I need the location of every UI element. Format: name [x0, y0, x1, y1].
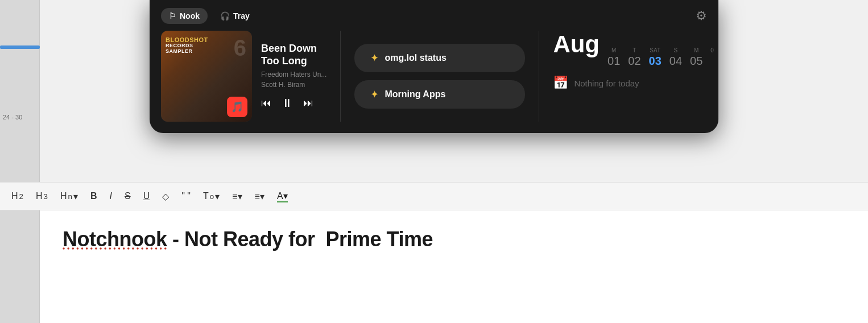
notch-popup: ⚐ Nook 🎧 Tray ⚙ BLOODSHOT RECORDS SAMPLE…: [150, 0, 718, 133]
cal-day-mon: M 01: [607, 47, 620, 68]
album-art: BLOODSHOT RECORDS SAMPLER 6 🎵: [161, 31, 252, 122]
album-text: BLOODSHOT RECORDS SAMPLER: [166, 36, 208, 55]
toolbar-bold[interactable]: B: [90, 191, 97, 201]
page-title: Notchnook - Not Ready for Prime Time: [63, 227, 845, 251]
omg-lol-button[interactable]: ✦ omg.lol status: [354, 44, 525, 72]
calendar-days: M 01 T 02 SAT 03 S 04: [607, 47, 714, 68]
track-title: Been Down Too Long: [261, 43, 326, 67]
notch-content: BLOODSHOT RECORDS SAMPLER 6 🎵 Been Down …: [161, 31, 707, 122]
calendar-icon: 📅: [553, 76, 568, 90]
nook-label: Nook: [180, 11, 200, 20]
pause-button[interactable]: ⏸: [282, 97, 293, 110]
toolbar-highlight[interactable]: ◇: [162, 191, 169, 202]
main-content: Notchnook - Not Ready for Prime Time: [40, 210, 868, 323]
nook-nav-button[interactable]: ⚐ Nook: [161, 8, 208, 24]
track-album: Freedom Haters Un...: [261, 71, 326, 78]
sidebar-blue-bar: [0, 45, 40, 49]
nook-icon: ⚐: [169, 11, 176, 20]
toolbar-list[interactable]: ≡▾: [232, 191, 242, 202]
album-number: 6: [234, 35, 246, 61]
next-button[interactable]: ⏭: [303, 97, 313, 109]
sparkle-icon-2: ✦: [370, 88, 379, 101]
notch-header: ⚐ Nook 🎧 Tray ⚙: [161, 8, 707, 24]
toolbar-h2[interactable]: H2: [11, 191, 23, 201]
cal-day-mon-5: M 05: [690, 47, 702, 68]
morning-apps-label: Morning Apps: [385, 89, 445, 100]
toolbar-h3[interactable]: H3: [36, 191, 48, 201]
tray-nav-button[interactable]: 🎧 Tray: [212, 8, 258, 24]
calendar-section: Aug M 01 T 02 SAT 03 S: [539, 31, 727, 122]
notch-nav: ⚐ Nook 🎧 Tray: [161, 8, 258, 24]
no-events-label: Nothing for today: [574, 78, 639, 88]
toolbar-quote[interactable]: " ": [181, 191, 191, 201]
toolbar-underline[interactable]: U: [143, 191, 150, 201]
track-artist: Scott H. Biram: [261, 81, 326, 89]
omg-lol-label: omg.lol status: [385, 53, 446, 63]
calendar-month: Aug: [553, 31, 600, 58]
cal-day-sat-4: S 04: [669, 47, 682, 68]
toolbar-align[interactable]: ≡▾: [255, 191, 264, 202]
toolbar-hn[interactable]: Hn▾: [60, 191, 78, 202]
sidebar-date-label: 24 - 30: [3, 114, 22, 121]
left-sidebar: 24 - 30: [0, 0, 40, 323]
music-section: BLOODSHOT RECORDS SAMPLER 6 🎵 Been Down …: [161, 31, 341, 122]
toolbar-superscript[interactable]: To▾: [203, 191, 220, 202]
music-app-icon: 🎵: [227, 97, 247, 117]
playback-controls: ⏮ ⏸ ⏭: [261, 97, 326, 110]
toolbar: H2 H3 Hn▾ B I S U ◇ " " To▾ ≡▾ ≡▾ A▾: [0, 182, 868, 210]
toolbar-italic[interactable]: I: [110, 191, 112, 201]
title-underlined: Notchnook: [63, 227, 167, 251]
calendar-month-row: Aug M 01 T 02 SAT 03 S: [553, 31, 713, 68]
actions-section: ✦ omg.lol status ✦ Morning Apps: [341, 31, 539, 122]
cal-day-tue: T 02: [628, 47, 640, 68]
settings-button[interactable]: ⚙: [696, 9, 707, 23]
calendar-no-events: 📅 Nothing for today: [553, 76, 713, 90]
toolbar-color[interactable]: A▾: [277, 191, 288, 202]
track-info: Been Down Too Long Freedom Haters Un... …: [261, 43, 326, 110]
sparkle-icon-1: ✦: [370, 52, 379, 64]
tray-label: Tray: [233, 11, 250, 20]
tray-icon: 🎧: [220, 11, 230, 20]
cal-day-next: 0: [710, 47, 714, 55]
prev-button[interactable]: ⏮: [261, 97, 271, 109]
cal-day-sat-today: SAT 03: [649, 47, 662, 68]
morning-apps-button[interactable]: ✦ Morning Apps: [354, 80, 525, 109]
toolbar-strikethrough[interactable]: S: [125, 191, 131, 201]
